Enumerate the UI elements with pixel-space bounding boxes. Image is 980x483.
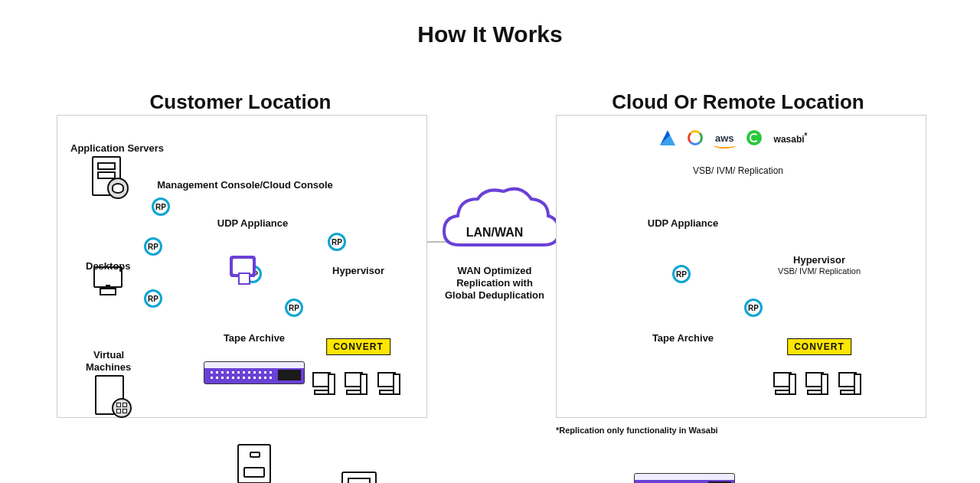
cloud-logos: aws wasabi* — [660, 130, 808, 145]
convert-badge-left: CONVERT — [326, 338, 390, 355]
vsb-label: VSB/ IVM/ Replication — [693, 165, 783, 176]
hv-label-right: Hypervisor — [793, 254, 845, 266]
udp-label-left: UDP Appliance — [217, 217, 288, 229]
vm-icon — [95, 375, 124, 415]
azure-icon — [660, 130, 675, 145]
console-label: Management Console/Cloud Console — [157, 179, 333, 191]
rp-badge: RP — [744, 299, 763, 317]
rp-badge: RP — [285, 299, 303, 317]
aws-icon: aws — [715, 132, 734, 144]
udp-appliance-right — [634, 473, 735, 483]
wasabi-icon — [746, 130, 762, 145]
vm-label-1: Virtual — [93, 349, 124, 361]
rp-badge: RP — [328, 233, 346, 251]
gcp-icon — [688, 130, 703, 145]
tape-label-right: Tape Archive — [652, 332, 714, 344]
tape-icon-left — [237, 444, 271, 483]
udp-appliance-left — [204, 361, 305, 384]
wan-sub3: Global Deduplication — [445, 289, 544, 301]
wan-sub2: Replication with — [456, 277, 533, 289]
pc-row-left — [309, 372, 403, 398]
convert-badge-right: CONVERT — [787, 338, 851, 355]
hv-icon-left — [341, 472, 377, 483]
wasabi-label: wasabi* — [774, 132, 808, 145]
footnote: *Replication only functionality in Wasab… — [556, 426, 718, 435]
desktops-label: Desktops — [86, 260, 131, 272]
console-icon — [230, 256, 256, 277]
page-title: How It Works — [417, 21, 562, 47]
udp-label-right: UDP Appliance — [648, 217, 718, 229]
pc-row-right — [770, 372, 864, 398]
rp-badge: RP — [672, 265, 691, 283]
rp-badge: RP — [144, 289, 162, 308]
hv-label-left: Hypervisor — [332, 265, 384, 276]
right-heading: Cloud Or Remote Location — [612, 90, 864, 114]
hv-sub-right: VSB/ IVM/ Replication — [778, 266, 861, 276]
app-servers-label: Application Servers — [70, 142, 164, 154]
left-heading: Customer Location — [150, 90, 332, 114]
tape-label-left: Tape Archive — [224, 332, 285, 344]
lanwan-label: LAN/WAN — [466, 226, 524, 240]
app-servers-icon — [92, 156, 121, 196]
vm-label-2: Machines — [86, 361, 131, 373]
rp-badge: RP — [152, 197, 170, 216]
wan-sub1: WAN Optimized — [458, 265, 532, 276]
rp-badge: RP — [144, 237, 162, 256]
right-panel — [556, 115, 926, 418]
